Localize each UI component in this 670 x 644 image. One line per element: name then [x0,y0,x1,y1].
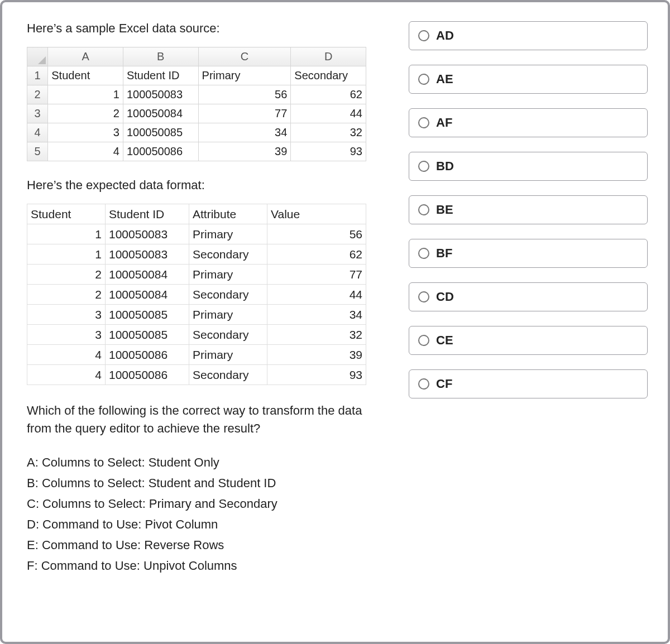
question-card: Here’s a sample Excel data source: A B C… [0,0,670,644]
radio-icon [418,117,429,128]
radio-icon [418,204,429,215]
cell: 4 [48,142,123,161]
answer-choice-cd[interactable]: CD [409,282,648,311]
row-header: 1 [27,66,48,85]
cell: Primary [189,345,267,365]
answer-choice-be[interactable]: BE [409,195,648,224]
cell: Secondary [291,66,366,85]
cell: 56 [198,85,291,104]
cell: 93 [267,365,366,385]
table-row: 3100050085Secondary32 [27,325,366,345]
table-row: 4100050086Secondary93 [27,365,366,385]
cell: 3 [27,305,106,325]
cell: 44 [291,104,366,123]
cell: Primary [189,224,267,244]
choice-label: CD [436,290,454,304]
table-row: 2100050084Secondary44 [27,285,366,305]
answer-choice-af[interactable]: AF [409,108,648,137]
answer-choices: AD AE AF BD BE BF CD CE [409,21,648,617]
cell: 39 [267,345,366,365]
table-row: 1100050083Primary56 [27,224,366,244]
option-def: F: Command to Use: Unpivot Columns [27,556,390,575]
cell: 1 [48,85,123,104]
th: Student ID [106,204,189,224]
option-def: A: Columns to Select: Student Only [27,453,390,472]
col-header: A [48,47,123,66]
choice-label: CF [436,377,452,391]
cell: Primary [189,305,267,325]
answer-choice-ce[interactable]: CE [409,326,648,355]
col-header: D [291,47,366,66]
cell: Primary [189,265,267,285]
cell: Student [48,66,123,85]
table-row: 4100050086Primary39 [27,345,366,365]
table-row: 1100050083Secondary62 [27,244,366,265]
option-def: C: Columns to Select: Primary and Second… [27,494,390,513]
select-all-corner [27,47,48,66]
cell: 32 [291,123,366,142]
col-header: B [123,47,198,66]
answer-choice-ad[interactable]: AD [409,21,648,50]
choice-label: CE [436,333,453,348]
cell: 2 [48,104,123,123]
th: Student [27,204,106,224]
answer-choice-ae[interactable]: AE [409,65,648,94]
radio-icon [418,30,429,41]
option-def: B: Columns to Select: Student and Studen… [27,474,390,492]
option-def: D: Command to Use: Pivot Column [27,515,390,534]
radio-icon [418,161,429,172]
question-body: Here’s a sample Excel data source: A B C… [27,21,390,617]
cell: 32 [267,325,366,345]
choice-label: AD [436,28,454,43]
cell: 4 [27,345,106,365]
cell: 100050086 [123,142,198,161]
answer-choice-bd[interactable]: BD [409,152,648,181]
cell: 62 [267,244,366,265]
cell: 1 [27,224,106,244]
radio-icon [418,335,429,346]
cell: 56 [267,224,366,244]
table-row: 3100050085Primary34 [27,305,366,325]
row-header: 3 [27,104,48,123]
cell: 34 [198,123,291,142]
choice-label: BD [436,159,454,174]
cell: 100050083 [106,224,189,244]
answer-choice-bf[interactable]: BF [409,239,648,268]
radio-icon [418,291,429,302]
cell: 44 [267,285,366,305]
cell: Primary [198,66,291,85]
col-header: C [198,47,291,66]
radio-icon [418,74,429,85]
choice-label: BE [436,203,453,217]
cell: 100050085 [106,325,189,345]
cell: 77 [198,104,291,123]
row-header: 4 [27,123,48,142]
cell: Secondary [189,365,267,385]
answer-choice-cf[interactable]: CF [409,369,648,398]
cell: 100050084 [106,285,189,305]
option-definitions: A: Columns to Select: Student Only B: Co… [27,453,390,575]
th: Value [267,204,366,224]
source-spreadsheet: A B C D 1 Student Student ID Primary Sec… [27,47,366,161]
cell: 100050086 [106,365,189,385]
cell: Secondary [189,285,267,305]
cell: Student ID [123,66,198,85]
table-row: 2100050084Primary77 [27,265,366,285]
cell: 2 [27,285,106,305]
cell: 100050085 [123,123,198,142]
cell: 100050085 [106,305,189,325]
choice-label: AE [436,72,453,86]
cell: 93 [291,142,366,161]
question-text: Which of the following is the correct wa… [27,402,390,438]
cell: 34 [267,305,366,325]
intro-text-2: Here’s the expected data format: [27,178,390,193]
cell: 77 [267,265,366,285]
cell: 100050083 [123,85,198,104]
cell: 2 [27,265,106,285]
row-header: 2 [27,85,48,104]
cell: 1 [27,244,106,265]
cell: 100050084 [123,104,198,123]
cell: Secondary [189,325,267,345]
cell: 4 [27,365,106,385]
cell: 3 [48,123,123,142]
